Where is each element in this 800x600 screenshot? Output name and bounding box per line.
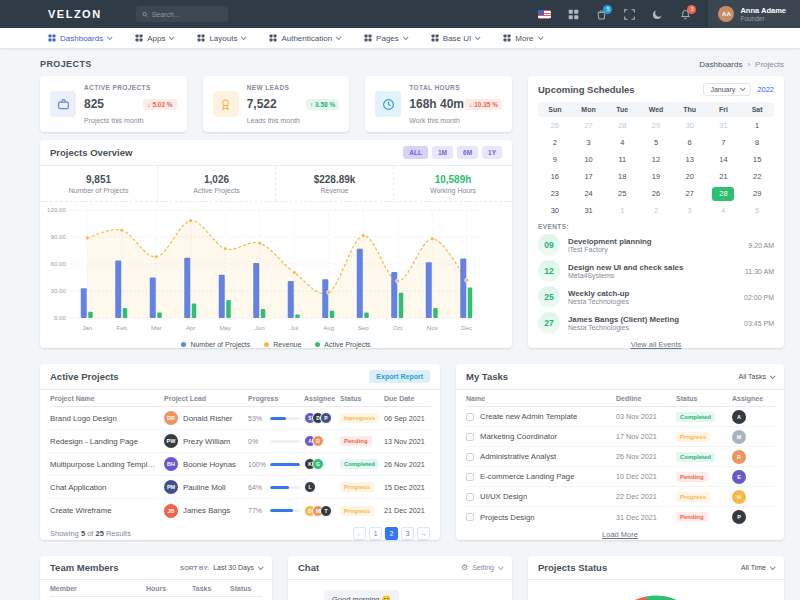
chat-settings-dropdown[interactable]: ⚙Setting bbox=[461, 563, 502, 572]
tasks-filter-dropdown[interactable]: All Tasks bbox=[739, 373, 775, 380]
table-row[interactable]: Brand Logo DesignDRDonald Risher53%SDPIn… bbox=[50, 407, 430, 430]
table-row[interactable]: Redesign - Landing PagePWPrezy William0%… bbox=[50, 430, 430, 453]
calendar-day-selected[interactable]: 28 bbox=[707, 187, 741, 201]
calendar-day[interactable]: 20 bbox=[673, 172, 707, 181]
calendar-day[interactable]: 3 bbox=[673, 206, 707, 215]
calendar-day[interactable]: 29 bbox=[740, 189, 774, 198]
table-row[interactable]: Create WireframeJBJames Bangs77%DMTProgr… bbox=[50, 499, 430, 522]
calendar-day[interactable]: 31 bbox=[707, 121, 741, 130]
task-checkbox[interactable] bbox=[466, 513, 474, 521]
task-row[interactable]: Marketing Coordinator17 Nov 2021Progress… bbox=[466, 427, 774, 447]
menu-item-apps[interactable]: Apps bbox=[135, 34, 173, 43]
cart-button[interactable]: 5 bbox=[596, 9, 607, 20]
calendar-day[interactable]: 15 bbox=[740, 155, 774, 164]
calendar-day[interactable]: 7 bbox=[707, 138, 741, 147]
breadcrumb-dashboards[interactable]: Dashboards bbox=[699, 60, 742, 69]
menu-item-pages[interactable]: Pages bbox=[364, 34, 407, 43]
calendar-day[interactable]: 26 bbox=[538, 121, 572, 130]
page-button-←[interactable]: ← bbox=[353, 527, 366, 540]
calendar-day[interactable]: 12 bbox=[639, 155, 673, 164]
menu-item-dashboards[interactable]: Dashboards bbox=[48, 34, 111, 43]
page-button-→[interactable]: → bbox=[417, 527, 430, 540]
range-filter-1y[interactable]: 1Y bbox=[482, 146, 502, 159]
calendar-day[interactable]: 22 bbox=[740, 172, 774, 181]
menu-item-layouts[interactable]: Layouts bbox=[197, 34, 245, 43]
task-checkbox[interactable] bbox=[466, 493, 474, 501]
calendar-day[interactable]: 16 bbox=[538, 172, 572, 181]
calendar-day[interactable]: 1 bbox=[740, 121, 774, 130]
calendar-day[interactable]: 17 bbox=[572, 172, 606, 181]
range-filter-1m[interactable]: 1M bbox=[432, 146, 453, 159]
task-checkbox[interactable] bbox=[466, 433, 474, 441]
month-select[interactable]: January bbox=[703, 83, 751, 96]
legend-item: Number of Projects bbox=[181, 341, 250, 348]
calendar-day[interactable]: 4 bbox=[707, 206, 741, 215]
task-row[interactable]: UI/UX Design22 Dec 2021ProgressU bbox=[466, 487, 774, 507]
calendar-day[interactable]: 11 bbox=[605, 155, 639, 164]
calendar-day[interactable]: 29 bbox=[639, 121, 673, 130]
notifications-button[interactable]: 3 bbox=[680, 9, 691, 20]
event-item[interactable]: 27James Bangs (Client) MeetingNesta Tech… bbox=[528, 310, 784, 336]
table-row[interactable]: Chat ApplicationPMPauline Moll64%LProgre… bbox=[50, 476, 430, 499]
calendar-day[interactable]: 24 bbox=[572, 189, 606, 198]
search-input[interactable] bbox=[152, 11, 222, 18]
task-row[interactable]: Projects Design31 Dec 2021PendingP bbox=[466, 507, 774, 527]
calendar-day[interactable]: 19 bbox=[639, 172, 673, 181]
app-logo[interactable]: VELZON bbox=[48, 8, 102, 20]
task-row[interactable]: Administrative Analyst26 Nov 2021Complet… bbox=[466, 447, 774, 467]
view-all-events-link[interactable]: View all Events bbox=[528, 336, 784, 349]
calendar-day[interactable]: 9 bbox=[538, 155, 572, 164]
calendar-day[interactable]: 27 bbox=[673, 189, 707, 198]
language-flag-button[interactable] bbox=[538, 10, 551, 19]
calendar-day[interactable]: 8 bbox=[740, 138, 774, 147]
task-row[interactable]: E-commerce Landing Page10 Dec 2021Pendin… bbox=[466, 467, 774, 487]
task-row[interactable]: Create new Admin Template03 Nov 2021Comp… bbox=[466, 407, 774, 427]
calendar-day[interactable]: 2 bbox=[639, 206, 673, 215]
calendar-day[interactable]: 26 bbox=[639, 189, 673, 198]
range-filter-6m[interactable]: 6M bbox=[457, 146, 478, 159]
team-sort-dropdown[interactable]: SORT BY:Last 30 Days bbox=[180, 564, 262, 571]
calendar-day[interactable]: 3 bbox=[572, 138, 606, 147]
table-row[interactable]: Multipurpose Landing TemplateBHBoonie Ho… bbox=[50, 453, 430, 476]
calendar-day[interactable]: 23 bbox=[538, 189, 572, 198]
load-more-link[interactable]: Load More bbox=[456, 527, 784, 539]
team-members-title: Team Members bbox=[50, 562, 118, 573]
calendar-day[interactable]: 31 bbox=[572, 206, 606, 215]
task-checkbox[interactable] bbox=[466, 473, 474, 481]
dark-mode-button[interactable] bbox=[652, 9, 663, 20]
range-filter-all[interactable]: ALL bbox=[403, 146, 428, 159]
calendar-day[interactable]: 10 bbox=[572, 155, 606, 164]
menu-item-more[interactable]: More bbox=[503, 34, 541, 43]
calendar-day[interactable]: 25 bbox=[605, 189, 639, 198]
event-item[interactable]: 25Weekly catch-upNesta Technologies02:00… bbox=[528, 284, 784, 310]
task-checkbox[interactable] bbox=[466, 413, 474, 421]
calendar-day[interactable]: 5 bbox=[639, 138, 673, 147]
projects-status-filter[interactable]: All Time bbox=[741, 564, 774, 571]
calendar-day[interactable]: 21 bbox=[707, 172, 741, 181]
calendar-day[interactable]: 30 bbox=[538, 206, 572, 215]
apps-grid-button[interactable] bbox=[568, 9, 579, 20]
calendar-day[interactable]: 28 bbox=[605, 121, 639, 130]
task-checkbox[interactable] bbox=[466, 453, 474, 461]
menu-item-base-ui[interactable]: Base UI bbox=[431, 34, 479, 43]
calendar-day[interactable]: 1 bbox=[605, 206, 639, 215]
calendar-day[interactable]: 6 bbox=[673, 138, 707, 147]
calendar-day[interactable]: 30 bbox=[673, 121, 707, 130]
calendar-day[interactable]: 18 bbox=[605, 172, 639, 181]
page-button-2[interactable]: 2 bbox=[385, 527, 398, 540]
page-button-1[interactable]: 1 bbox=[369, 527, 382, 540]
export-report-button[interactable]: Export Report bbox=[369, 370, 430, 383]
calendar-day[interactable]: 2 bbox=[538, 138, 572, 147]
calendar-day[interactable]: 4 bbox=[605, 138, 639, 147]
fullscreen-button[interactable] bbox=[624, 9, 635, 20]
user-menu[interactable]: AA Anna Adame Founder bbox=[708, 0, 800, 28]
calendar-day[interactable]: 5 bbox=[740, 206, 774, 215]
event-item[interactable]: 12Design new UI and check salesMeta4Syst… bbox=[528, 258, 784, 284]
calendar-day[interactable]: 13 bbox=[673, 155, 707, 164]
event-item[interactable]: 09Development planningiTest Factory9:20 … bbox=[528, 232, 784, 258]
progress-bar bbox=[270, 486, 300, 489]
calendar-day[interactable]: 14 bbox=[707, 155, 741, 164]
calendar-day[interactable]: 27 bbox=[572, 121, 606, 130]
menu-item-authentication[interactable]: Authentication bbox=[269, 34, 340, 43]
page-button-3[interactable]: 3 bbox=[401, 527, 414, 540]
